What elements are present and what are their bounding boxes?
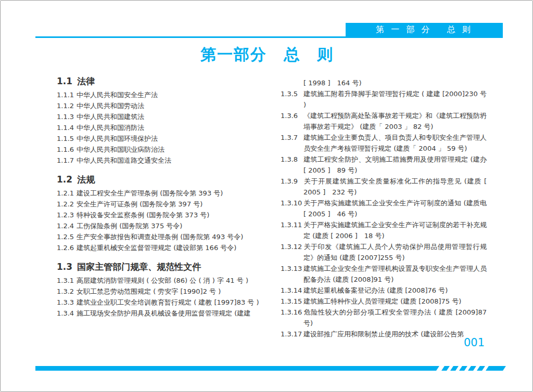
toc-item: 1.2.1建设工程安全生产管理条例 (国务院令第 393 号) (57, 188, 265, 199)
toc-section-number: 1.1 (57, 76, 72, 86)
toc-item: 1.1.4中华人民共和国消防法 (57, 122, 265, 133)
toc-item: 1.3.16危险性较大的分部分项工程安全管理办法 ( 建质 [2009]87 号… (281, 307, 487, 329)
toc-item: 1.3.15建筑施工特种作业人员管理规定 (建质 [2008]75 号) (281, 296, 487, 307)
toc-item-number: 1.3.15 (281, 296, 303, 307)
toc-item: 1.3.12关于印发《建筑施工人员个人劳动保护用品使用管理暂行规定》的通知 (建… (281, 241, 487, 263)
toc-item-text: 施工现场安全防护用具及机械设备使用监督管理规定 (建建 (77, 309, 250, 317)
toc-item: 1.3.11关于严格实施建筑施工企业安全生产许可证制度的若干补充规定 (建质 [… (281, 219, 487, 241)
toc-item-text: 危险性较大的分部分项工程安全管理办法 ( 建质 [2009]87 号) (303, 308, 487, 327)
toc-item-text: 生产安全事故报告和调查处理条例 (国务院第 493 号令) (77, 233, 243, 241)
toc-item: 1.3.1高层建筑消防管理规则 ( 公安部 (86) 公 ( 消 ) 字 41 … (57, 275, 265, 286)
toc-item-text: 中华人民共和国劳动法 (77, 102, 144, 110)
toc-continuation-line: [ 1998 ] 164 号) (303, 77, 487, 88)
toc-item-number: 1.3.9 (281, 176, 303, 187)
toc-item-number: 1.1.2 (57, 100, 77, 111)
toc-section-title: 法规 (77, 174, 95, 185)
toc-item: 1.1.3中华人民共和国建筑法 (57, 111, 265, 122)
footer-bar-stripe (459, 366, 467, 371)
toc-item: 1.3.13建筑施工企业安全生产管理机构设置及专职安全生产管理人员配备办法 (建… (281, 263, 487, 285)
toc-item: 1.3.4施工现场安全防护用具及机械设备使用监督管理规定 (建建 (57, 308, 265, 319)
toc-item: 1.1.1中华人民共和国安全生产法 (57, 89, 265, 100)
toc-columns: 1.1法律1.1.1中华人民共和国安全生产法1.1.2中华人民共和国劳动法1.1… (57, 75, 487, 339)
toc-item-text: 特种设备安全监察条例 (国务院令第 373 号) (77, 211, 209, 219)
toc-item-number: 1.1.4 (57, 122, 77, 133)
toc-item-text: 关于严格实施建筑施工企业安全生产许可制度的通知 (建质电 [ 2005 ] 46… (303, 199, 487, 218)
toc-item: 1.1.5中华人民共和国环境保护法 (57, 133, 265, 144)
toc-item-number: 1.3.11 (281, 219, 303, 230)
page-number: 001 (464, 336, 485, 349)
toc-item-text: 安全生产许可证条例 (国务院令第 397 号) (77, 200, 202, 208)
toc-item-number: 1.3.10 (281, 198, 303, 208)
toc-item: 1.2.2安全生产许可证条例 (国务院令第 397 号) (57, 199, 265, 210)
toc-section-title: 国家主管部门规章、规范性文件 (77, 262, 201, 272)
toc-item-number: 1.3.2 (57, 286, 77, 297)
toc-section: 1.3国家主管部门规章、规范性文件1.3.1高层建筑消防管理规则 ( 公安部 (… (57, 260, 265, 319)
toc-item-number: 1.3.4 (57, 308, 77, 319)
toc-item-text: 建筑施工特种作业人员管理规定 (建质 [2008]75 号) (303, 297, 461, 305)
toc-item: 1.1.7中华人民共和国道路交通安全法 (57, 155, 265, 166)
footer-bar (35, 366, 504, 371)
toc-item: 1.3.8建筑工程安全防护、文明施工措施费用及使用管理规定 (建办 [ 2005… (281, 154, 487, 176)
toc-section-number: 1.3 (57, 262, 72, 272)
toc-section: 1.1法律1.1.1中华人民共和国安全生产法1.1.2中华人民共和国劳动法1.1… (57, 75, 265, 166)
toc-item-text: 建筑施工企业安全生产管理机构设置及专职安全生产管理人员配备办法 (建质 [200… (303, 265, 487, 283)
toc-item-number: 1.3.6 (281, 110, 303, 121)
footer-bar-main (35, 366, 439, 371)
toc-item-number: 1.3.13 (281, 263, 303, 274)
toc-item-text: 建设部推广应用和限制禁止使用的技术 (建设部公告第 (303, 330, 464, 338)
toc-section-title: 法律 (77, 76, 95, 86)
toc-item-number: 1.2.5 (57, 231, 77, 242)
toc-item-text: 工伤保险条例 (国务院第 375 号令) (77, 222, 182, 230)
header-rule (35, 36, 503, 38)
footer-bar-stripe (441, 366, 450, 371)
toc-item-text: 中华人民共和国消防法 (77, 124, 144, 132)
toc-item: 1.3.14建筑起重机械备案登记办法 (建质 [2008]76 号) (281, 285, 487, 296)
toc-item-number: 1.1.7 (57, 155, 77, 166)
toc-item: 1.1.6中华人民共和国职业病防治法 (57, 144, 265, 155)
toc-item: 1.3.7建筑施工企业主要负责人、项目负责人和专职安全生产管理人员安全生产考核管… (281, 132, 487, 154)
toc-item-text: 建筑起重机械安全监督管理规定 (建设部第 166 号令) (77, 244, 236, 252)
toc-item-text: 建筑施工企业主要负责人、项目负责人和专职安全生产管理人员安全生产考核管理暂行规定… (303, 134, 487, 152)
toc-section-heading: 1.2法规 (57, 173, 265, 186)
toc-item: 1.3.5建筑施工附着升降脚手架管理暂行规定 ( 建建 [2000]230 号 … (281, 88, 487, 110)
toc-item-text: 关于严格实施建筑施工企业安全生产许可证制度的若干补充规定 (建质 [ 2006 … (303, 221, 487, 240)
toc-item-number: 1.2.6 (57, 242, 77, 253)
toc-item-text: 建筑业企业职工安全培训教育暂行规定 ( 建教 [1997]83 号 ) (77, 298, 259, 306)
toc-item-number: 1.3.5 (281, 88, 303, 99)
toc-section-heading: 1.1法律 (57, 75, 265, 87)
toc-item-number: 1.3.16 (281, 307, 303, 318)
toc-item-number: 1.3.17 (281, 329, 303, 339)
toc-item-number: 1.3.8 (281, 154, 303, 165)
chapter-header-text: 第 一 部 分 总 则 (376, 24, 472, 35)
toc-item-text: 关于开展建筑施工安全质量标准化工作的指导意见 (建质 [ 2005 ] 232 … (303, 177, 487, 196)
toc-item: 1.3.17建设部推广应用和限制禁止使用的技术 (建设部公告第 (281, 329, 487, 339)
toc-item-number: 1.1.6 (57, 144, 77, 155)
toc-item-number: 1.3.3 (57, 297, 77, 308)
toc-item-number: 1.2.4 (57, 220, 77, 231)
toc-left-column: 1.1法律1.1.1中华人民共和国安全生产法1.1.2中华人民共和国劳动法1.1… (57, 75, 265, 339)
toc-item-number: 1.3.7 (281, 132, 303, 143)
toc-item-text: 高层建筑消防管理规则 ( 公安部 (86) 公 ( 消 ) 字 41 号 ) (77, 277, 248, 284)
toc-item: 1.3.9关于开展建筑施工安全质量标准化工作的指导意见 (建质 [ 2005 ]… (281, 176, 487, 198)
toc-item-text: 关于印发《建筑施工人员个人劳动保护用品使用管理暂行规定》的通知 (建质 [200… (303, 243, 487, 262)
toc-section: 1.2法规1.2.1建设工程安全生产管理条例 (国务院令第 393 号)1.2.… (57, 173, 265, 253)
toc-item-number: 1.1.3 (57, 111, 77, 122)
toc-item: 1.2.3特种设备安全监察条例 (国务院令第 373 号) (57, 210, 265, 220)
toc-item-text: 女职工禁忌劳动范围规定 ( 劳安字 [1990]2 号 ) (77, 288, 221, 295)
footer-bar-endcap (486, 366, 506, 371)
toc-item: 1.2.4工伤保险条例 (国务院第 375 号令) (57, 220, 265, 231)
book-page: 第 一 部 分 总 则 第一部分 总 则 1.1法律1.1.1中华人民共和国安全… (0, 0, 533, 392)
toc-item-text: 建筑工程安全防护、文明施工措施费用及使用管理规定 (建办 [ 2005 ] 89… (303, 155, 487, 174)
toc-section-heading: 1.3国家主管部门规章、规范性文件 (57, 260, 265, 273)
toc-item-text: 建设工程安全生产管理条例 (国务院令第 393 号) (77, 189, 223, 197)
footer-bar-stripe (468, 366, 476, 371)
toc-item: 1.3.2女职工禁忌劳动范围规定 ( 劳安字 [1990]2 号 ) (57, 286, 265, 297)
toc-item-number: 1.2.1 (57, 188, 77, 199)
toc-section-number: 1.2 (57, 174, 72, 185)
chapter-header-tab: 第 一 部 分 总 则 (346, 23, 503, 36)
toc-item: 1.3.6《建筑工程预防高处坠落事故若干规定》和《建筑工程预防坍塌事故若干规定》… (281, 110, 487, 132)
toc-item-text: 中华人民共和国环境保护法 (77, 135, 158, 142)
toc-item-number: 1.2.2 (57, 199, 77, 210)
toc-item-number: 1.3.12 (281, 241, 303, 252)
page-title: 第一部分 总 则 (1, 44, 533, 66)
